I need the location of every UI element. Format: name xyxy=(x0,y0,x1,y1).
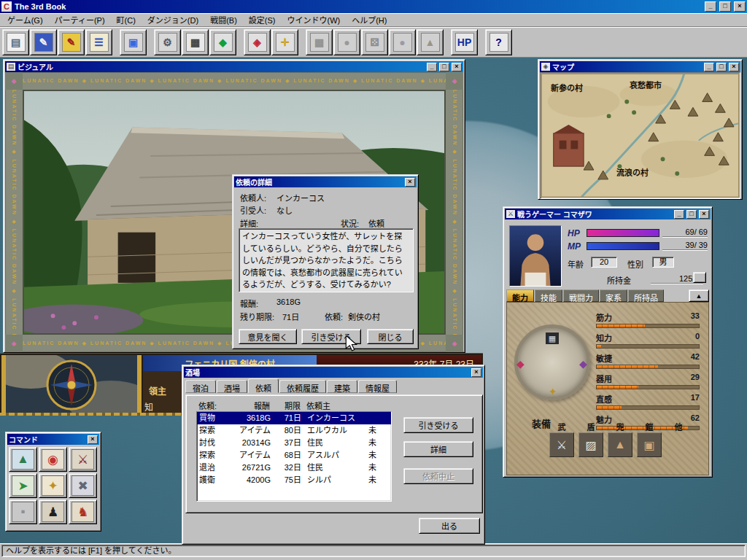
character-maximize-button[interactable]: □ xyxy=(686,210,697,219)
toolbar-button[interactable]: ✎ xyxy=(30,29,57,55)
app-minimize-button[interactable]: _ xyxy=(705,1,716,12)
command-titlebar[interactable]: コマンド × xyxy=(7,434,99,445)
stat-row: 器用 29 xyxy=(596,373,700,389)
toolbar-button[interactable]: ⚄ xyxy=(361,29,388,55)
detail-button[interactable]: 詳細 xyxy=(403,441,473,457)
toolbar-button[interactable]: ▣ xyxy=(120,29,147,55)
toolbar-button[interactable]: ▦ xyxy=(182,29,209,55)
menu-item[interactable]: ヘルプ(H) xyxy=(346,12,392,27)
character-minimize-button[interactable]: _ xyxy=(674,210,684,219)
toolbar-button[interactable]: ▦ xyxy=(306,29,333,55)
request-row[interactable]: 買物 3618G 71日 インカーコス xyxy=(197,412,391,424)
character-close-button[interactable]: × xyxy=(699,210,709,219)
age-value: 20 xyxy=(591,257,617,268)
menu-item[interactable]: 町(C) xyxy=(111,12,142,27)
equip-slot[interactable]: ⚔ xyxy=(549,432,574,457)
command-button[interactable]: ➤ xyxy=(9,473,37,498)
command-button[interactable]: ▪ xyxy=(9,499,37,524)
request-row[interactable]: 探索 アイテム 80日 エルウカル 未 xyxy=(197,424,391,437)
tavern-tab[interactable]: 情報屋 xyxy=(358,380,397,393)
menu-item[interactable]: パーティー(P) xyxy=(49,12,111,27)
menu-item[interactable]: ダンジョン(D) xyxy=(142,12,204,27)
stat-bar xyxy=(596,344,700,349)
command-button[interactable]: ✖ xyxy=(69,473,97,498)
visual-close-button[interactable]: × xyxy=(452,63,462,71)
misc-button[interactable] xyxy=(693,272,706,283)
menu-item[interactable]: ウインドウ(W) xyxy=(281,12,346,27)
toolbar-button[interactable]: ● xyxy=(333,29,360,55)
equip-slot[interactable]: ▲ xyxy=(608,432,632,457)
character-tab[interactable]: 所持品 xyxy=(628,289,664,302)
map-canvas[interactable]: 新参の村 哀愁都市 流浪の村 xyxy=(540,72,740,199)
toolbar-button[interactable]: ✛ xyxy=(271,29,298,55)
exit-button[interactable]: 出る xyxy=(419,518,480,534)
equip-slot-label: 兜 xyxy=(605,421,635,432)
equip-slot[interactable]: ▣ xyxy=(637,432,662,457)
accept-button[interactable]: 引き受ける xyxy=(403,417,473,433)
stat-label: 器用 xyxy=(596,373,612,384)
command-close-button[interactable]: × xyxy=(88,435,98,444)
toolbar-button[interactable]: ▲ xyxy=(417,29,444,55)
accept-request-button[interactable]: 引き受ける xyxy=(301,329,361,344)
toolbar-button[interactable]: ◆ xyxy=(209,29,236,55)
character-titlebar[interactable]: ⚔ 戦うゲーマー コマザワ _ □ × xyxy=(505,209,711,219)
app-maximize-button[interactable]: □ xyxy=(719,1,731,12)
request-row[interactable]: 探索 アイテム 68日 アスルパ 未 xyxy=(197,449,391,462)
command-button[interactable]: ✦ xyxy=(39,473,67,498)
toolbar-button[interactable]: ▤ xyxy=(2,29,29,55)
toolbar-button[interactable]: ● xyxy=(389,29,416,55)
command-button[interactable]: ⚔ xyxy=(69,447,97,472)
command-button[interactable]: ◉ xyxy=(39,447,67,472)
toolbar-button[interactable]: ✎ xyxy=(58,29,85,55)
toolbar-button[interactable]: ☰ xyxy=(85,29,112,55)
command-button[interactable]: ♟ xyxy=(39,499,67,524)
visual-maximize-button[interactable]: □ xyxy=(439,63,449,71)
character-tab[interactable]: 能力 xyxy=(506,289,534,302)
toolbar-button[interactable]: ? xyxy=(485,29,512,55)
map-close-button[interactable]: × xyxy=(729,63,739,71)
map-maximize-button[interactable]: □ xyxy=(716,63,727,71)
map-titlebar[interactable]: ◈ マップ _ □ × xyxy=(540,61,740,72)
dice-icon: ⚄ xyxy=(365,33,384,52)
tavern-tab[interactable]: 宿泊 xyxy=(185,380,216,393)
request-list[interactable]: 買物 3618G 71日 インカーコス 探索 アイテム 80日 エルウカル 未 xyxy=(196,411,392,502)
character-tab[interactable]: 技能 xyxy=(535,289,562,302)
command-button[interactable]: ▲ xyxy=(9,447,37,472)
status-message: ヘルプを表示するには [F1] を押してください。 xyxy=(1,545,746,557)
emblem-top-icon: ▦ xyxy=(546,332,559,344)
equip-slot[interactable]: ▨ xyxy=(578,432,603,457)
request-dialog-titlebar[interactable]: 依頼の詳細 × xyxy=(234,176,417,187)
tavern-tab[interactable]: 依頼履歴 xyxy=(279,380,326,393)
app-titlebar[interactable]: C The 3rd Book _ □ × xyxy=(0,0,747,13)
tavern-titlebar[interactable]: 酒場 × xyxy=(184,367,483,378)
ask-opinion-button[interactable]: 意見を聞く xyxy=(239,329,297,344)
tavern-tab[interactable]: 酒場 xyxy=(217,380,247,393)
tavern-close-button[interactable]: × xyxy=(471,368,481,377)
map-minimize-button[interactable]: _ xyxy=(704,63,714,71)
request-row[interactable]: 退治 26721G 32日 住民 未 xyxy=(197,462,391,474)
toolbar-button[interactable]: ◈ xyxy=(244,29,271,55)
command-button[interactable]: ♞ xyxy=(69,499,97,524)
character-tab[interactable]: 戦闘力 xyxy=(563,289,599,302)
visual-titlebar[interactable]: ▤ ビジュアル _ □ × xyxy=(5,61,463,72)
deadline-label: 残り期限: xyxy=(240,311,274,322)
menu-item[interactable]: 戦闘(B) xyxy=(204,12,243,27)
menu-item[interactable]: 設定(S) xyxy=(243,12,282,27)
menu-item[interactable]: ゲーム(G) xyxy=(1,12,49,27)
character-tab[interactable]: 家系 xyxy=(600,289,627,302)
request-row[interactable]: 護衛 4200G 75日 シルパ 未 xyxy=(197,474,391,486)
toolbar-button[interactable]: ⚙ xyxy=(154,29,181,55)
origin-label: 依頼: xyxy=(325,311,343,322)
collapse-button[interactable]: ▲ xyxy=(689,289,709,302)
toolbar-button[interactable]: HP xyxy=(451,29,478,55)
cancel-request-button[interactable]: 依頼中止 xyxy=(403,468,473,484)
request-status: 未 xyxy=(368,474,391,486)
tavern-tab[interactable]: 依頼 xyxy=(248,378,279,393)
request-dialog-close-button[interactable]: × xyxy=(405,178,415,187)
request-row[interactable]: 討伐 20314G 37日 住民 未 xyxy=(197,437,391,449)
shield-slot-icon: ▨ xyxy=(585,438,596,452)
tavern-tab[interactable]: 建築 xyxy=(327,380,357,393)
visual-minimize-button[interactable]: _ xyxy=(427,63,437,71)
close-dialog-button[interactable]: 閉じる xyxy=(367,329,414,344)
app-close-button[interactable]: × xyxy=(734,1,746,12)
